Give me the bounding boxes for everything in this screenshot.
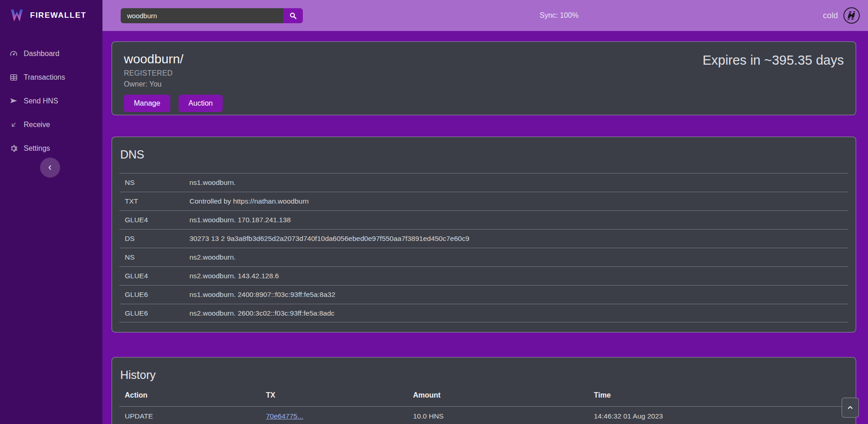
- sidebar-item-dashboard[interactable]: Dashboard: [0, 42, 102, 66]
- history-col-action: Action: [125, 391, 266, 399]
- dns-record-type: GLUE6: [125, 309, 189, 317]
- sidebar-item-label: Send HNS: [24, 97, 58, 105]
- dns-record-value: 30273 13 2 9a3a8fb3d625d2a2073d740f10da6…: [189, 235, 848, 243]
- dns-record-row: TXT Controlled by https://nathan.woodbur…: [119, 192, 848, 210]
- domain-actions: Manage Auction: [124, 95, 844, 112]
- wallet-area: cold: [823, 0, 860, 31]
- dns-record-type: GLUE6: [125, 291, 189, 299]
- sidebar-item-receive[interactable]: Receive: [0, 113, 102, 137]
- dns-record-value: Controlled by https://nathan.woodburn: [189, 197, 848, 205]
- table-icon: [9, 73, 18, 82]
- dns-record-value: ns1.woodburn. 170.187.241.138: [189, 216, 848, 224]
- sidebar-item-send-hns[interactable]: Send HNS: [0, 89, 102, 113]
- sidebar-collapse-button[interactable]: [40, 158, 60, 178]
- firewallet-logo-icon: [9, 8, 25, 23]
- search-group: [121, 8, 303, 23]
- paper-plane-icon: [9, 97, 18, 106]
- history-header-row: Action TX Amount Time: [119, 384, 848, 406]
- dns-record-row: GLUE4 ns1.woodburn. 170.187.241.138: [119, 210, 848, 229]
- sidebar-item-settings[interactable]: Settings: [0, 137, 102, 160]
- dns-record-type: GLUE4: [125, 272, 189, 280]
- scroll-to-top-button[interactable]: [842, 398, 859, 418]
- dns-record-type: DS: [125, 235, 189, 243]
- history-col-tx: TX: [266, 391, 413, 399]
- dns-record-value: ns2.woodburn.: [189, 253, 848, 261]
- dns-table: NS ns1.woodburn. TXT Controlled by https…: [112, 173, 856, 322]
- sidebar-item-label: Dashboard: [24, 50, 59, 58]
- domain-owner: Owner: You: [124, 80, 844, 88]
- brand[interactable]: FIREWALLET: [0, 0, 102, 31]
- chevron-left-icon: [47, 164, 53, 171]
- history-amount: 10.0 HNS: [413, 412, 594, 420]
- history-card-title: History: [112, 368, 856, 382]
- domain-card: woodburn/ REGISTERED Owner: You Manage A…: [112, 41, 856, 115]
- wallet-name: cold: [823, 11, 838, 20]
- topbar: Sync: 100% cold: [102, 0, 868, 31]
- dns-record-row: NS ns2.woodburn.: [119, 248, 848, 266]
- arrow-down-left-icon: [9, 120, 18, 129]
- sidebar-item-label: Settings: [24, 144, 50, 153]
- search-icon: [289, 12, 297, 20]
- sidebar-item-label: Receive: [24, 121, 50, 129]
- dns-record-row: GLUE4 ns2.woodburn. 143.42.128.6: [119, 266, 848, 285]
- history-col-amount: Amount: [413, 391, 594, 399]
- dns-record-type: NS: [125, 253, 189, 261]
- dns-record-type: GLUE4: [125, 216, 189, 224]
- dns-card-title: DNS: [112, 148, 856, 161]
- dns-record-value: ns1.woodburn.: [189, 179, 848, 187]
- hns-logo-icon[interactable]: [843, 7, 860, 24]
- dns-record-row: GLUE6 ns2.woodburn. 2600:3c02::f03c:93ff…: [119, 304, 848, 322]
- history-action: UPDATE: [125, 412, 266, 420]
- history-card: History Action TX Amount Time UPDATE 70e…: [112, 357, 856, 424]
- expiry-label: Expires in ~395.35 days: [703, 53, 844, 68]
- chevron-up-icon: [847, 404, 853, 411]
- dns-card: DNS NS ns1.woodburn. TXT Controlled by h…: [112, 137, 856, 332]
- dns-record-type: NS: [125, 179, 189, 187]
- gear-icon: [9, 144, 18, 153]
- sidebar-item-transactions[interactable]: Transactions: [0, 66, 102, 89]
- sidebar-nav: Dashboard Transactions Send HNS: [0, 31, 102, 160]
- sync-status: Sync: 100%: [540, 0, 578, 31]
- history-row: UPDATE 70e64775... 10.0 HNS 14:46:32 01 …: [119, 406, 848, 424]
- search-button[interactable]: [283, 8, 303, 23]
- dns-record-value: ns1.woodburn. 2400:8907::f03c:93ff:fe5a:…: [189, 291, 848, 299]
- brand-title: FIREWALLET: [30, 11, 87, 20]
- dns-record-value: ns2.woodburn. 143.42.128.6: [189, 272, 848, 280]
- dns-record-value: ns2.woodburn. 2600:3c02::f03c:93ff:fe5a:…: [189, 309, 848, 317]
- domain-status: REGISTERED: [124, 69, 844, 77]
- manage-button[interactable]: Manage: [124, 95, 170, 112]
- dns-record-row: DS 30273 13 2 9a3a8fb3d625d2a2073d740f10…: [119, 229, 848, 248]
- search-input[interactable]: [121, 8, 283, 23]
- auction-button[interactable]: Auction: [179, 95, 223, 112]
- sidebar-item-label: Transactions: [24, 73, 65, 82]
- dns-record-row: GLUE6 ns1.woodburn. 2400:8907::f03c:93ff…: [119, 285, 848, 304]
- history-time: 14:46:32 01 Aug 2023: [594, 412, 848, 420]
- history-col-time: Time: [594, 391, 848, 399]
- dns-record-type: TXT: [125, 197, 189, 205]
- sidebar: FIREWALLET Dashboard Transactions: [0, 0, 102, 424]
- gauge-icon: [9, 49, 18, 58]
- dns-record-row: NS ns1.woodburn.: [119, 173, 848, 192]
- tx-link[interactable]: 70e64775...: [266, 412, 303, 420]
- main-content: woodburn/ REGISTERED Owner: You Manage A…: [102, 31, 868, 424]
